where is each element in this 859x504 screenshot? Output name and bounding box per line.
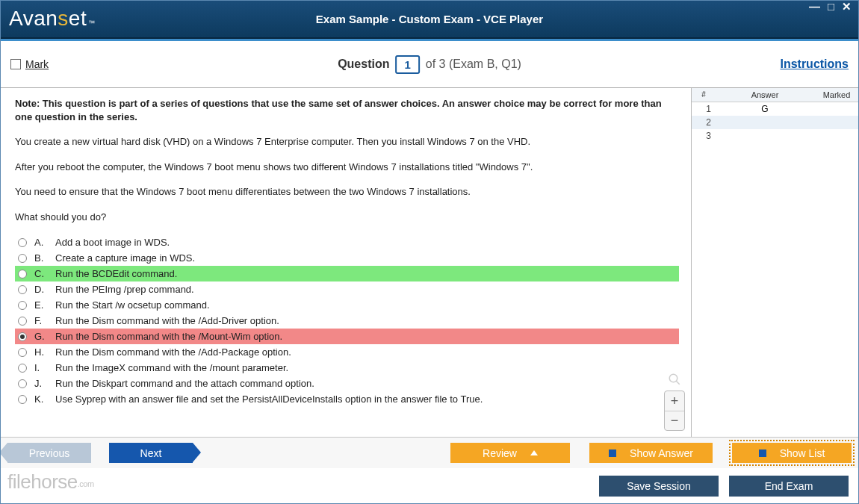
answer-text: Run the ImageX command with the /mount p… — [55, 362, 288, 373]
question-toolbar: Mark Question 1 of 3 (Exam B, Q1) Instru… — [0, 41, 859, 88]
svg-line-1 — [676, 381, 680, 385]
answer-letter: D. — [34, 284, 48, 295]
answer-letter: C. — [34, 268, 48, 279]
question-number-input[interactable]: 1 — [395, 55, 419, 74]
radio-button[interactable] — [18, 238, 27, 247]
question-label: Question — [338, 57, 389, 71]
answer-list-row[interactable]: 3 — [692, 129, 859, 143]
radio-button[interactable] — [18, 301, 27, 310]
answer-letter: E. — [34, 299, 48, 311]
col-marked: Marked — [814, 88, 859, 102]
answer-text: Run the Start /w ocsetup command. — [55, 299, 210, 311]
answer-option[interactable]: A.Add a boot image in WDS. — [15, 234, 679, 250]
radio-button[interactable] — [18, 364, 27, 373]
radio-button[interactable] — [18, 285, 27, 294]
radio-button[interactable] — [18, 254, 27, 263]
show-list-button[interactable]: Show List — [732, 443, 852, 463]
col-number: # — [692, 88, 716, 102]
answer-letter: A. — [34, 237, 48, 248]
question-paragraph: You need to ensure that the Windows 7 bo… — [15, 184, 679, 199]
answer-list-row[interactable]: 2 — [692, 116, 859, 129]
question-prompt: What should you do? — [15, 210, 679, 225]
question-pane: Note: This question is part of a series … — [0, 88, 691, 437]
answer-option[interactable]: H.Run the Dism command with the /Add-Pac… — [15, 344, 679, 360]
answer-text: Run the Dism command with the /Add-Drive… — [55, 315, 279, 326]
maximize-button[interactable]: □ — [825, 1, 837, 12]
mark-checkbox[interactable] — [10, 59, 21, 69]
svg-point-0 — [669, 374, 677, 382]
next-button[interactable]: Next — [109, 443, 193, 463]
title-bar: Avanset™ Exam Sample - Custom Exam - VCE… — [0, 0, 859, 39]
answer-option[interactable]: D.Run the PEImg /prep command. — [15, 281, 679, 297]
answer-letter: K. — [34, 393, 48, 405]
answer-option[interactable]: E.Run the Start /w ocsetup command. — [15, 297, 679, 313]
answer-option[interactable]: F.Run the Dism command with the /Add-Dri… — [15, 313, 679, 329]
answer-option[interactable]: J.Run the Diskpart command and the attac… — [15, 376, 679, 391]
question-paragraph: After you reboot the computer, the Windo… — [15, 160, 679, 175]
zoom-out-button[interactable]: − — [665, 411, 684, 430]
answer-option[interactable]: G.Run the Dism command with the /Mount-W… — [15, 329, 679, 344]
instructions-link[interactable]: Instructions — [780, 57, 849, 71]
navigation-bar: Previous Next Review Show Answer Show Li… — [0, 437, 859, 468]
close-button[interactable]: ✕ — [839, 1, 855, 12]
radio-button[interactable] — [18, 332, 27, 341]
answer-list-row[interactable]: 1G — [692, 102, 859, 116]
answer-letter: I. — [34, 362, 48, 373]
question-count: of 3 (Exam B, Q1) — [426, 57, 521, 71]
answer-option[interactable]: B.Create a capture image in WDS. — [15, 250, 679, 266]
bottom-bar: Save Session End Exam — [0, 468, 859, 504]
answer-text: Run the Diskpart command and the attach … — [55, 378, 314, 389]
radio-button[interactable] — [18, 348, 27, 357]
answer-letter: H. — [34, 346, 48, 358]
answer-text: Run the Dism command with the /Add-Packa… — [55, 346, 291, 358]
answer-letter: F. — [34, 315, 48, 326]
answer-text: Run the BCDEdit command. — [55, 268, 177, 279]
show-answer-button[interactable]: Show Answer — [589, 443, 713, 463]
answer-option[interactable]: K.Use Syprep with an answer file and set… — [15, 391, 679, 407]
answer-letter: J. — [34, 378, 48, 389]
answer-text: Create a capture image in WDS. — [55, 252, 195, 264]
save-session-button[interactable]: Save Session — [599, 476, 719, 497]
answer-text: Use Syprep with an answer file and set t… — [55, 393, 483, 405]
answer-option[interactable]: I.Run the ImageX command with the /mount… — [15, 360, 679, 376]
radio-button[interactable] — [18, 270, 27, 279]
radio-button[interactable] — [18, 395, 27, 404]
previous-button[interactable]: Previous — [7, 443, 91, 463]
radio-button[interactable] — [18, 317, 27, 326]
answer-letter: G. — [34, 331, 48, 342]
triangle-up-icon — [530, 450, 538, 455]
answer-text: Run the Dism command with the /Mount-Wim… — [55, 331, 282, 342]
review-button[interactable]: Review — [450, 443, 570, 463]
end-exam-button[interactable]: End Exam — [729, 476, 849, 497]
answer-text: Run the PEImg /prep command. — [55, 284, 194, 295]
app-logo: Avanset™ — [9, 7, 96, 31]
square-icon — [759, 449, 766, 457]
answer-list-panel: # Answer Marked 1G23 — [691, 88, 859, 437]
answer-letter: B. — [34, 252, 48, 264]
square-icon — [609, 449, 616, 457]
window-title: Exam Sample - Custom Exam - VCE Player — [316, 13, 543, 25]
col-answer: Answer — [716, 88, 814, 102]
answer-option[interactable]: C.Run the BCDEdit command. — [15, 266, 679, 281]
question-paragraph: You create a new virtual hard disk (VHD)… — [15, 134, 679, 149]
zoom-reset-icon[interactable] — [666, 371, 683, 388]
minimize-button[interactable]: — — [806, 1, 823, 12]
radio-button[interactable] — [18, 379, 27, 388]
answers-list: A.Add a boot image in WDS.B.Create a cap… — [15, 234, 679, 407]
question-note: Note: This question is part of a series … — [15, 97, 679, 124]
answer-text: Add a boot image in WDS. — [55, 237, 170, 248]
zoom-in-button[interactable]: + — [665, 391, 684, 411]
mark-label[interactable]: Mark — [25, 58, 49, 70]
